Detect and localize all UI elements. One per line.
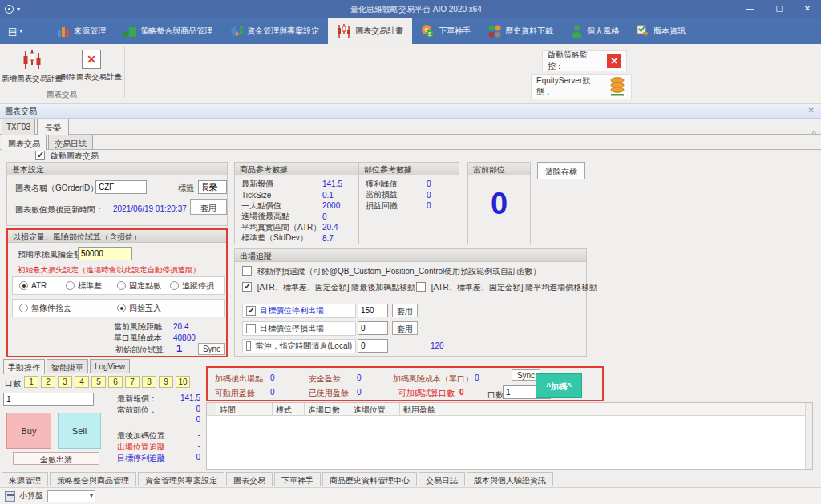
risk-amount-input[interactable] [78, 247, 132, 260]
buy-button[interactable]: Buy [6, 413, 51, 449]
manual-tab-logview[interactable]: LogView [90, 359, 130, 373]
stop-loss-checkbox-row[interactable]: 目標價位停損出場 [242, 321, 356, 336]
risk-sync-button[interactable]: Sync [198, 343, 225, 355]
manual-tab-operate[interactable]: 手動操作 [3, 359, 45, 374]
ribbon-tab-strategy[interactable]: 策略整合與商品管理 [115, 18, 221, 44]
app-icon [5, 5, 14, 14]
col-mode[interactable]: 模式 [273, 403, 305, 415]
lot-quick-button[interactable]: 1 [24, 376, 38, 388]
table-scrollbar[interactable] [805, 403, 812, 469]
day-trade-input[interactable] [358, 339, 388, 353]
radio-round-down[interactable]: 無條件捨去 [19, 303, 117, 314]
ribbon-tab-order[interactable]: €$ 下單神手 [412, 18, 479, 44]
bottom-nav-tab[interactable]: 版本與個人驗證資訊 [467, 472, 553, 486]
col-time[interactable]: 時間 [216, 403, 273, 415]
follow-avg-entry-checkbox-row[interactable]: [ATR、標準差、固定金額] 隨平均進場價格移動 [416, 282, 597, 293]
take-profit-input[interactable] [358, 304, 388, 317]
lot-quick-button[interactable]: 5 [91, 376, 106, 388]
coins-stack-icon [609, 76, 626, 97]
product-ref-label: 平均真實區間（ATR） [241, 222, 322, 233]
ribbon-tab-personal[interactable]: 個人風格 [562, 18, 628, 44]
maximize-button[interactable]: ▢ [766, 0, 793, 18]
qat-caret-icon[interactable]: ▾ [17, 6, 20, 13]
radio-round-half[interactable]: 四捨五入 [117, 303, 161, 314]
col-entry-lots[interactable]: 進場口數 [305, 403, 350, 415]
entries-table: 時間 模式 進場口數 進場位置 動用盈餘 [206, 402, 813, 470]
stop-loss-input[interactable] [358, 321, 388, 335]
ribbon-tab-version[interactable]: 版本資訊 [628, 18, 694, 44]
bottom-nav-tab[interactable]: 圖表交易 [226, 472, 273, 486]
trailing-stop-checkbox-row[interactable]: 移動停損追蹤（可於@QB_Custom_Position_Control使用預設… [242, 266, 540, 277]
initial-stop-warning: 初始最大損失設定（進場時會以此設定自動停損追蹤） [18, 265, 200, 276]
minimize-button[interactable]: — [736, 0, 763, 18]
bottom-nav-tab[interactable]: 下單神手 [274, 472, 321, 486]
take-profit-apply-button[interactable]: 套用 [392, 304, 418, 317]
bottom-nav-tab[interactable]: 策略整合與商品管理 [50, 472, 136, 486]
take-profit-checkbox[interactable] [246, 306, 256, 316]
enable-chart-trade-checkbox[interactable] [35, 151, 45, 160]
radio-trailing-stop[interactable]: 追蹤停損 [170, 280, 214, 292]
last-add-value: - [198, 430, 200, 442]
basic-apply-button[interactable]: 套用 [190, 199, 227, 215]
calculator-combobox[interactable]: ▾ [47, 490, 95, 502]
doc-tab-changrong[interactable]: 長榮 [37, 119, 69, 135]
radio-stdev[interactable]: 標準差 [66, 280, 117, 292]
tag-input[interactable] [198, 180, 227, 194]
quick-access-toolbar[interactable]: ▾ [5, 5, 20, 14]
follow-avg-entry-checkbox[interactable] [416, 282, 426, 292]
day-trade-checkbox-row[interactable]: 當沖，指定時間清倉(Local) [242, 339, 356, 353]
manual-tab-smart-order[interactable]: 智能掛單 [47, 359, 88, 373]
ribbon-tab-history[interactable]: 歷史資料下載 [479, 18, 562, 44]
lot-quick-button[interactable]: 2 [41, 376, 55, 388]
lot-quick-button[interactable]: 8 [142, 376, 156, 388]
current-position-group: 當前部位 0 [467, 162, 531, 244]
clear-archive-button[interactable]: 清除存檔 [537, 162, 585, 179]
close-all-button[interactable]: 全數出清 [13, 452, 99, 465]
product-ref-label: 一大點價值 [241, 200, 322, 212]
lot-quick-button[interactable]: 10 [176, 376, 190, 388]
take-profit-checkbox-row[interactable]: 目標價位停利出場 [242, 304, 356, 318]
bottom-nav-tab[interactable]: 商品歷史資料管理中心 [322, 472, 417, 486]
dots-icon [488, 25, 501, 38]
sub-tab-trade-log[interactable]: 交易日誌 [48, 135, 93, 149]
bottom-nav-tab[interactable]: 來源管理 [2, 472, 48, 486]
lot-quick-button[interactable]: 4 [75, 376, 89, 388]
radio-atr[interactable]: ATR [19, 281, 66, 290]
bottom-nav-tab[interactable]: 資金管理與專案設定 [138, 472, 224, 486]
app-menu-button[interactable]: ▤ ▾ [0, 18, 30, 44]
radio-fixed-points[interactable]: 固定點數 [117, 280, 170, 292]
day-trade-checkbox[interactable] [246, 341, 251, 351]
doc-tab-txf03[interactable]: TXF03 [2, 119, 35, 135]
trailing-stop-checkbox[interactable] [242, 266, 252, 276]
ribbon-tab-chart-trade-plan[interactable]: 圖表交易計畫 [328, 18, 412, 44]
sub-tab-chart-trade[interactable]: 圖表交易 [2, 135, 47, 150]
delete-chart-plan-button[interactable]: ✕ 刪除圖表交易計畫 [63, 46, 120, 90]
sell-button[interactable]: Sell [58, 413, 101, 449]
stop-loss-apply-button[interactable]: 套用 [392, 321, 418, 335]
lot-quick-button[interactable]: 9 [159, 376, 173, 388]
follow-last-add-checkbox-row[interactable]: [ATR、標準差、固定金額] 隨最後加碼點移動 [242, 282, 415, 293]
col-used-profit[interactable]: 動用盈餘 [400, 403, 812, 415]
ribbon-separator [124, 46, 125, 98]
chart-name-input[interactable] [95, 180, 147, 194]
last-add-label: 最後加碼位置 [117, 430, 165, 442]
add-chart-plan-button[interactable]: 新增圖表交易計畫 [3, 46, 61, 90]
candlestick-icon [337, 24, 351, 38]
radio-round-half-icon [117, 304, 126, 312]
follow-last-add-checkbox[interactable] [242, 282, 252, 292]
lot-count-input[interactable] [3, 393, 94, 406]
lot-quick-button[interactable]: 6 [108, 376, 123, 388]
exit-tracking-header: 出場追蹤 [235, 249, 586, 262]
add-position-button[interactable]: ^加碼^ [536, 373, 582, 398]
close-button[interactable]: ✕ [794, 0, 821, 18]
panel-close-icon[interactable]: ✕ [808, 106, 815, 115]
stop-loss-checkbox[interactable] [246, 324, 256, 333]
col-entry-price[interactable]: 進場位置 [350, 403, 400, 415]
lot-quick-button[interactable]: 7 [125, 376, 140, 388]
bottom-nav-tab[interactable]: 交易日誌 [419, 472, 465, 486]
lot-quick-button[interactable]: 3 [58, 376, 72, 388]
ribbon-tab-funds[interactable]: 資金管理與專案設定 [221, 18, 328, 44]
exit-tracking-group: 出場追蹤 移動停損追蹤（可於@QB_Custom_Position_Contro… [234, 248, 587, 357]
ribbon-tab-source[interactable]: 來源管理 [48, 18, 115, 44]
strategy-monitor-toggle[interactable]: 啟動策略監控： ✕ [542, 50, 627, 71]
